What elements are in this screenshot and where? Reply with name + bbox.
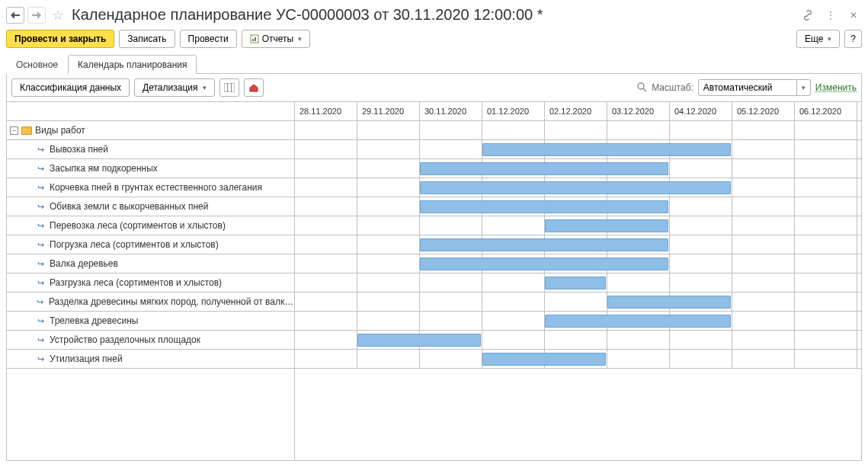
post-and-close-button[interactable]: Провести и закрыть [6,30,114,48]
svg-rect-1 [252,39,254,41]
tree-root-row[interactable]: − Виды работ [7,121,294,140]
timeline-header: 28.11.202029.11.202030.11.202001.12.2020… [295,102,861,121]
timeline-date-cell: 04.12.2020 [670,102,732,121]
task-label: Погрузка леса (сортиментов и хлыстов) [50,239,219,250]
scale-label: Масштаб: [652,82,693,93]
task-icon: ↪ [34,164,46,174]
search-icon[interactable] [636,82,647,94]
task-label: Вывозка пней [50,144,108,155]
task-icon: ↪ [34,221,46,231]
timeline-task-row [295,254,861,273]
timeline-date-cell: 29.11.2020 [357,102,420,121]
timeline-root-row [295,121,861,140]
scale-input[interactable] [698,79,797,96]
detail-button[interactable]: Детализация [134,78,214,97]
post-button[interactable]: Провести [180,30,237,48]
timeline-task-row [295,293,861,312]
more-button[interactable]: Еще [796,30,840,48]
link-icon[interactable] [799,7,816,24]
timeline-task-row [295,350,861,369]
task-icon: ↪ [34,183,46,193]
task-icon: ↪ [34,202,46,212]
gantt-bar[interactable] [357,334,481,347]
close-icon[interactable]: ✕ [845,7,862,24]
timeline-task-row [295,235,861,254]
gantt-bar[interactable] [482,143,731,156]
timeline-task-row [295,331,861,350]
tree-task-row[interactable]: ↪Обивка земли с выкорчеванных пней [7,197,294,216]
svg-rect-3 [224,83,235,92]
gantt-bar[interactable] [420,162,668,175]
gantt-bar[interactable] [420,238,668,251]
timeline-date-cell: 05.12.2020 [732,102,795,121]
tree-task-row[interactable]: ↪Валка деревьев [7,254,294,273]
task-icon: ↪ [34,145,46,155]
task-icon: ↪ [34,259,46,269]
nav-back-button[interactable] [6,7,24,24]
svg-line-7 [643,88,646,91]
root-label: Виды работ [35,125,85,136]
columns-settings-button[interactable] [219,78,239,97]
report-icon [250,34,259,43]
gantt-bar[interactable] [420,200,668,213]
kebab-menu-icon[interactable]: ⋮ [822,7,839,24]
task-label: Корчевка пней в грунтах естественного за… [50,182,262,193]
save-button[interactable]: Записать [119,30,175,48]
folder-icon [21,126,32,135]
timeline-task-row [295,140,861,159]
gantt-bar[interactable] [545,219,668,232]
timeline-task-row [295,312,861,331]
gantt-bar[interactable] [420,181,731,194]
timeline-task-row [295,159,861,178]
task-label: Засыпка ям подкоренных [50,163,158,174]
scale-dropdown-button[interactable]: ▾ [797,79,811,96]
tab-main[interactable]: Основное [6,55,68,74]
timeline-date-cell: 02.12.2020 [545,102,607,121]
page-title: Календарное планирование УС-00000003 от … [72,6,796,24]
timeline-date-cell: 28.11.2020 [295,102,357,121]
task-icon: ↪ [34,278,46,288]
svg-point-6 [638,83,644,89]
help-button[interactable]: ? [844,30,862,48]
tree-task-row[interactable]: ↪Разгрузка леса (сортиментов и хлыстов) [7,273,294,293]
tree-task-row[interactable]: ↪Разделка древесины мягких пород, получе… [7,293,294,312]
task-icon: ↪ [34,354,46,364]
tree-task-row[interactable]: ↪Трелевка древесины [7,312,294,331]
task-icon: ↪ [34,297,46,307]
timeline-date-cell: 06.12.2020 [795,102,857,121]
favorite-star-icon[interactable]: ☆ [49,7,67,24]
task-label: Обивка земли с выкорчеванных пней [50,201,209,212]
tree-task-row[interactable]: ↪Корчевка пней в грунтах естественного з… [7,178,294,197]
gantt-bar[interactable] [420,257,668,270]
tree-task-row[interactable]: ↪Утилизация пней [7,350,294,369]
svg-rect-2 [255,37,256,41]
task-label: Устройство разделочных площадок [50,334,200,345]
tree-task-row[interactable]: ↪Перевозка леса (сортиментов и хлыстов) [7,216,294,235]
timeline-date-cell: 01.12.2020 [482,102,545,121]
tab-calendar[interactable]: Календарь планирования [68,55,197,74]
task-label: Утилизация пней [50,353,123,364]
timeline-date-cell: 03.12.2020 [607,102,670,121]
gantt-bar[interactable] [482,353,606,366]
tree-task-row[interactable]: ↪Устройство разделочных площадок [7,331,294,350]
reports-button[interactable]: Отчеты [242,30,310,48]
classify-button[interactable]: Классификация данных [11,78,130,97]
task-label: Валка деревьев [50,258,118,269]
tree-task-row[interactable]: ↪Засыпка ям подкоренных [7,159,294,178]
task-label: Разделка древесины мягких пород, получен… [49,296,294,307]
tree-task-row[interactable]: ↪Погрузка леса (сортиментов и хлыстов) [7,235,294,254]
gantt-bar[interactable] [607,296,731,309]
task-label: Разгрузка леса (сортиментов и хлыстов) [50,277,222,288]
timeline-date-cell: 30.11.2020 [420,102,482,121]
task-icon: ↪ [34,335,46,345]
collapse-toggle-icon[interactable]: − [10,126,18,135]
gantt-bar[interactable] [545,277,606,289]
gantt-bar[interactable] [545,315,731,328]
task-icon: ↪ [34,240,46,250]
tree-task-row[interactable]: ↪Вывозка пней [7,140,294,159]
home-button[interactable] [244,78,264,97]
task-icon: ↪ [34,316,46,326]
tree-header [7,102,294,121]
edit-link[interactable]: Изменить [815,82,857,93]
nav-forward-button[interactable] [27,7,46,24]
